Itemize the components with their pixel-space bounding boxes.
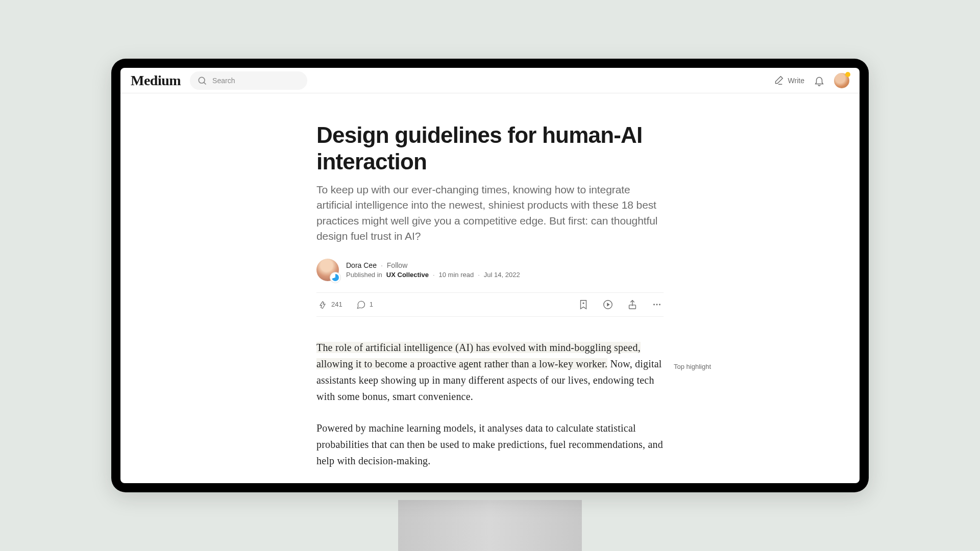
notifications-button[interactable] (814, 75, 825, 86)
publication-name[interactable]: UX Collective (386, 271, 429, 279)
clap-count: 241 (331, 300, 342, 308)
svg-point-0 (199, 77, 205, 83)
separator-dot: · (478, 271, 480, 279)
comment-count: 1 (370, 300, 373, 308)
write-label: Write (788, 77, 804, 85)
more-icon (651, 299, 663, 310)
svg-point-8 (659, 304, 660, 305)
publication-badge-icon (330, 272, 341, 283)
search-input[interactable] (212, 77, 300, 85)
comment-icon (356, 299, 366, 310)
svg-point-6 (653, 304, 655, 305)
author-avatar[interactable] (316, 259, 339, 281)
author-name[interactable]: Dora Cee (346, 261, 377, 269)
search-box[interactable] (190, 71, 307, 90)
top-nav: Medium Write (120, 68, 860, 93)
publish-date: Jul 14, 2022 (484, 271, 520, 279)
svg-point-7 (656, 304, 658, 305)
play-circle-icon (602, 299, 614, 310)
top-highlight-label: Top highlight (674, 363, 711, 370)
screen: Medium Write (120, 68, 860, 483)
search-icon (197, 76, 207, 86)
paragraph: The role of artificial intelligence (AI)… (316, 339, 664, 405)
site-logo[interactable]: Medium (131, 72, 181, 89)
separator-dot: · (433, 271, 435, 279)
paragraph: Powered by machine learning models, it a… (316, 420, 664, 469)
article-subtitle: To keep up with our ever-changing times,… (316, 182, 664, 244)
comment-button[interactable]: 1 (356, 299, 373, 310)
svg-line-1 (204, 82, 206, 84)
clap-icon (317, 299, 328, 310)
listen-button[interactable] (602, 299, 614, 310)
article-content: Design guidelines for human-AI interacti… (120, 93, 860, 483)
clap-button[interactable]: 241 (317, 299, 342, 310)
author-row: Dora Cee · Follow Published in UX Collec… (316, 259, 664, 281)
article-title: Design guidelines for human-AI interacti… (316, 122, 664, 175)
share-icon (627, 299, 638, 310)
action-bar: 241 1 (316, 292, 664, 317)
write-icon (773, 75, 784, 86)
article-body: The role of artificial intelligence (AI)… (316, 339, 664, 469)
highlighted-text: The role of artificial intelligence (AI)… (316, 342, 641, 369)
bookmark-icon (578, 299, 589, 310)
bell-icon (814, 75, 825, 86)
follow-button[interactable]: Follow (387, 261, 407, 269)
monitor-stand (398, 500, 582, 551)
separator-dot: · (381, 261, 383, 269)
more-button[interactable] (651, 299, 663, 310)
monitor-frame: Medium Write (111, 59, 869, 492)
user-avatar[interactable] (834, 73, 849, 88)
bookmark-button[interactable] (578, 299, 589, 310)
share-button[interactable] (627, 299, 638, 310)
write-button[interactable]: Write (773, 75, 804, 86)
published-in-prefix: Published in (346, 271, 382, 279)
read-time: 10 min read (439, 271, 474, 279)
